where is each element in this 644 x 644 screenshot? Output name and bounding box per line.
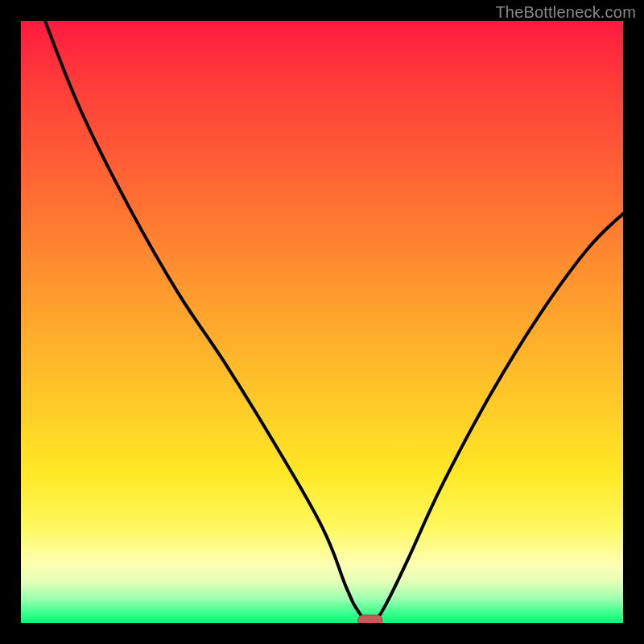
optimal-point-marker [358,615,382,623]
plot-area [21,21,623,623]
chart-svg [21,21,623,623]
watermark-text: TheBottleneck.com [495,3,636,22]
chart-frame: TheBottleneck.com [0,0,644,644]
bottleneck-curve [45,21,623,623]
